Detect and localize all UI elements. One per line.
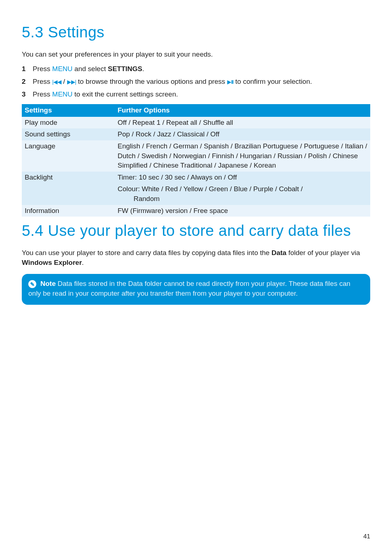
cell-option: Pop / Rock / Jazz / Classical / Off — [115, 128, 370, 140]
cell-setting: Sound settings — [22, 128, 115, 140]
step-text: Press MENU and select SETTINGS. — [33, 64, 370, 74]
text: . — [142, 65, 144, 73]
next-icon: ▶▶| — [67, 79, 76, 85]
play-pause-icon: ▶II — [227, 79, 233, 85]
cell-setting — [22, 183, 115, 205]
menu-keyword: MENU — [52, 65, 73, 73]
text: Press — [33, 78, 52, 85]
cell-option: English / French / German / Spanish / Br… — [115, 140, 370, 172]
step-text: Press |◀◀ / ▶▶| to browse through the va… — [33, 77, 370, 87]
cell-setting: Backlight — [22, 172, 115, 184]
note-icon: ✎ — [28, 280, 36, 288]
settings-table: Settings Further Options Play mode Off /… — [22, 104, 370, 217]
note-label: Note — [40, 280, 56, 287]
menu-keyword: MENU — [52, 90, 73, 98]
text: You can use your player to store and car… — [22, 249, 271, 257]
cell-option: FW (Firmware) version / Free space — [115, 205, 370, 217]
table-row: Play mode Off / Repeat 1 / Repeat all / … — [22, 117, 370, 129]
text: and select — [73, 65, 108, 73]
heading-5-4: 5.4 Use your player to store and carry d… — [22, 220, 370, 242]
text: to browse through the various options an… — [76, 78, 227, 85]
step-text: Press MENU to exit the current settings … — [33, 90, 370, 99]
text: to exit the current settings screen. — [73, 90, 178, 98]
header-settings: Settings — [22, 104, 115, 117]
table-row: Language English / French / German / Spa… — [22, 140, 370, 172]
table-row: Backlight Timer: 10 sec / 30 sec / Alway… — [22, 172, 370, 184]
windows-explorer-keyword: Windows Explorer — [22, 259, 82, 266]
cell-setting: Play mode — [22, 117, 115, 129]
text: Press — [33, 65, 52, 73]
table-header-row: Settings Further Options — [22, 104, 370, 117]
text: Colour: White / Red / Yellow / Green / B… — [118, 185, 303, 193]
cell-option: Off / Repeat 1 / Repeat all / Shuffle al… — [115, 117, 370, 129]
step-1: 1 Press MENU and select SETTINGS. — [22, 64, 370, 74]
data-keyword: Data — [271, 249, 286, 257]
text: / — [61, 78, 67, 85]
text: folder of your player via — [286, 249, 360, 257]
intro-5-4: You can use your player to store and car… — [22, 248, 370, 267]
cell-option: Colour: White / Red / Yellow / Green / B… — [115, 183, 370, 205]
settings-keyword: SETTINGS — [108, 65, 142, 73]
table-row: Information FW (Firmware) version / Free… — [22, 205, 370, 217]
cell-setting: Information — [22, 205, 115, 217]
text: . — [82, 259, 84, 266]
intro-5-3: You can set your preferences in your pla… — [22, 50, 370, 59]
table-row: Sound settings Pop / Rock / Jazz / Class… — [22, 128, 370, 140]
header-options: Further Options — [115, 104, 370, 117]
prev-icon: |◀◀ — [52, 79, 61, 85]
table-row: Colour: White / Red / Yellow / Green / B… — [22, 183, 370, 205]
heading-5-3: 5.3 Settings — [22, 22, 370, 43]
step-number: 2 — [22, 77, 33, 87]
note-text: Data files stored in the Data folder can… — [28, 280, 350, 297]
step-number: 1 — [22, 64, 33, 74]
note-box: ✎ Note Data files stored in the Data fol… — [22, 274, 370, 305]
cell-setting: Language — [22, 140, 115, 172]
page-number: 41 — [363, 532, 370, 541]
text: Random — [118, 194, 160, 204]
text: to confirm your selection. — [233, 78, 312, 85]
step-number: 3 — [22, 90, 33, 99]
text: Press — [33, 90, 52, 98]
steps-list: 1 Press MENU and select SETTINGS. 2 Pres… — [22, 64, 370, 99]
cell-option: Timer: 10 sec / 30 sec / Always on / Off — [115, 172, 370, 184]
step-2: 2 Press |◀◀ / ▶▶| to browse through the … — [22, 77, 370, 87]
step-3: 3 Press MENU to exit the current setting… — [22, 90, 370, 99]
